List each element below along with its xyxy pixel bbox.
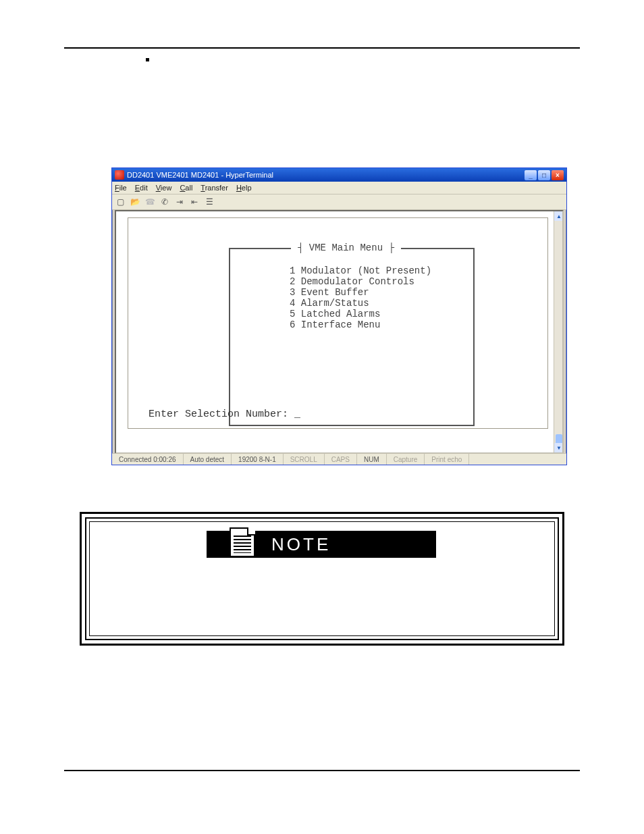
status-echo: Print echo [425, 454, 469, 465]
note-document-icon [230, 527, 255, 557]
new-icon[interactable]: ▢ [115, 197, 126, 207]
status-detect: Auto detect [184, 454, 232, 465]
toolbar: ▢ 📂 ☎ ✆ ⇥ ⇤ ☰ [112, 194, 566, 210]
status-scroll: SCROLL [284, 454, 325, 465]
vme-menu-box: ┤ VME Main Menu ├ 1 Modulator (Not Prese… [229, 248, 475, 426]
note-label: NOTE [255, 534, 436, 555]
status-connected: Connected 0:00:26 [112, 454, 184, 465]
terminal-frame: ┤ VME Main Menu ├ 1 Modulator (Not Prese… [128, 218, 547, 428]
status-capture: Capture [387, 454, 425, 465]
close-button[interactable]: × [552, 170, 564, 180]
properties-icon[interactable]: ☰ [204, 197, 215, 207]
menu-view[interactable]: View [156, 184, 172, 192]
terminal-area: ┤ VME Main Menu ├ 1 Modulator (Not Prese… [115, 210, 564, 454]
disconnect-icon[interactable]: ✆ [159, 197, 170, 207]
bullet [146, 58, 149, 61]
bottom-rule [64, 770, 580, 771]
vertical-scrollbar[interactable]: ▲ ▼ [554, 211, 564, 452]
status-serial: 19200 8-N-1 [232, 454, 284, 465]
menu-item-2: 2 Demodulator Controls [290, 276, 414, 287]
menu-item-4: 4 Alarm/Status [290, 298, 369, 309]
connect-icon[interactable]: ☎ [144, 197, 155, 207]
menu-items[interactable]: 1 Modulator (Not Present) 2 Demodulator … [290, 265, 431, 330]
menu-file[interactable]: File [115, 184, 127, 192]
menu-call[interactable]: Call [180, 184, 192, 192]
selection-prompt[interactable]: Enter Selection Number: _ [149, 409, 300, 420]
status-caps: CAPS [325, 454, 357, 465]
menu-item-3: 3 Event Buffer [290, 287, 369, 298]
scroll-up-icon[interactable]: ▲ [554, 211, 564, 221]
open-icon[interactable]: 📂 [130, 197, 140, 207]
maximize-button[interactable]: □ [538, 170, 550, 180]
title-bar[interactable]: DD2401 VME2401 MD2401 - HyperTerminal _ … [112, 168, 566, 182]
app-icon [115, 170, 124, 180]
window-title: DD2401 VME2401 MD2401 - HyperTerminal [127, 171, 273, 179]
status-num: NUM [357, 454, 387, 465]
scroll-down-icon[interactable]: ▼ [554, 443, 564, 452]
hyperterminal-window: DD2401 VME2401 MD2401 - HyperTerminal _ … [111, 167, 567, 465]
menu-item-1: 1 Modulator (Not Present) [290, 265, 431, 276]
menu-item-6: 6 Interface Menu [290, 319, 380, 330]
note-callout: NOTE [80, 512, 564, 646]
menu-title: ┤ VME Main Menu ├ [291, 242, 401, 253]
menu-bar: File Edit View Call Transfer Help [112, 182, 566, 194]
menu-item-5: 5 Latched Alarms [290, 309, 380, 319]
menu-help[interactable]: Help [236, 184, 252, 192]
menu-transfer[interactable]: Transfer [200, 184, 228, 192]
minimize-button[interactable]: _ [525, 170, 537, 180]
status-bar: Connected 0:00:26 Auto detect 19200 8-N-… [112, 453, 566, 465]
send-icon[interactable]: ⇥ [174, 197, 185, 207]
top-rule [64, 47, 580, 49]
receive-icon[interactable]: ⇤ [189, 197, 200, 207]
note-header: NOTE [207, 531, 436, 558]
menu-edit[interactable]: Edit [135, 184, 148, 192]
